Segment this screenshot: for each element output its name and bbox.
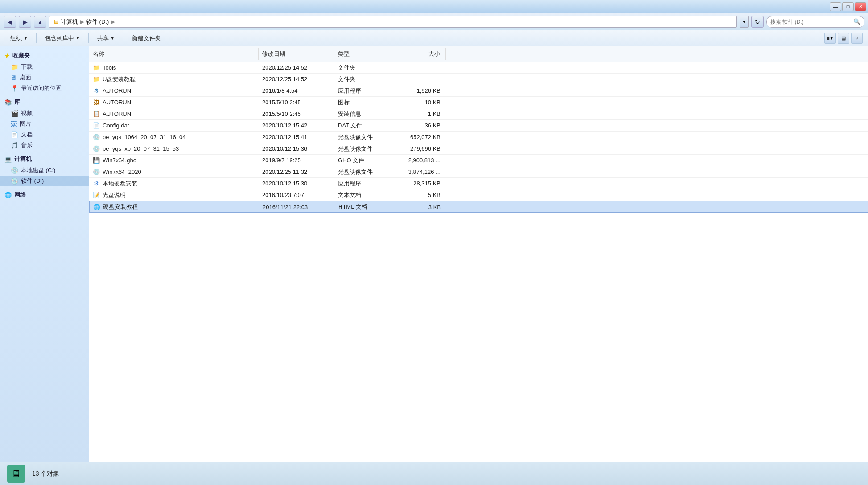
status-count: 13 个对象 xyxy=(32,470,59,478)
file-name-config: 📄 Config.dat xyxy=(89,121,259,130)
pictures-icon: 🖼 xyxy=(11,120,17,127)
forward-button[interactable]: ▶ xyxy=(19,16,31,28)
file-size: 10 KB xyxy=(392,98,446,107)
file-date: 2015/5/10 2:45 xyxy=(259,110,334,118)
sidebar: ★ 收藏夹 📁 下载 🖥 桌面 📍 最近访问的位置 📚 库 xyxy=(0,46,89,462)
file-date: 2019/9/7 19:25 xyxy=(259,156,334,164)
toolbar-separator2 xyxy=(88,33,89,43)
app-icon: ⚙ xyxy=(93,180,100,187)
favorites-label: 收藏夹 xyxy=(12,52,30,60)
table-row[interactable]: 💾 Win7x64.gho 2019/9/7 19:25 GHO 文件 2,90… xyxy=(89,155,868,166)
back-button[interactable]: ◀ xyxy=(4,16,16,28)
include-library-button[interactable]: 包含到库中 ▼ xyxy=(40,32,85,45)
file-date: 2020/10/12 15:30 xyxy=(259,179,334,188)
sidebar-item-drive-d[interactable]: 💿 软件 (D:) xyxy=(0,176,89,186)
file-type: 安装信息 xyxy=(334,109,392,119)
sidebar-item-drive-c[interactable]: 💿 本地磁盘 (C:) xyxy=(0,165,89,176)
table-row[interactable]: 📄 Config.dat 2020/10/12 15:42 DAT 文件 36 … xyxy=(89,120,868,132)
column-header-date[interactable]: 修改日期 xyxy=(259,48,334,60)
view-button[interactable]: ≡ ▼ xyxy=(824,33,836,44)
file-size: 1 KB xyxy=(392,110,446,118)
column-header-type[interactable]: 类型 xyxy=(334,48,392,60)
exe-icon: ⚙ xyxy=(93,87,100,95)
sidebar-header-network[interactable]: 🌐 网络 xyxy=(0,189,89,201)
file-name-autorun-exe: ⚙ AUTORUN xyxy=(89,86,259,95)
file-name-autorun-inf: 📋 AUTORUN xyxy=(89,110,259,119)
file-size: 279,696 KB xyxy=(392,144,446,153)
file-name-installer: ⚙ 本地硬盘安装 xyxy=(89,179,259,189)
downloads-label: 下载 xyxy=(21,63,33,71)
sidebar-header-favorites[interactable]: ★ 收藏夹 xyxy=(0,50,89,62)
up-button[interactable]: ▲ xyxy=(34,16,46,28)
preview-button[interactable]: ▤ xyxy=(838,33,849,44)
address-bar: ◀ ▶ ▲ 🖥 计算机 ▶ 软件 (D:) ▶ ▼ ↻ 🔍 xyxy=(0,13,868,30)
table-row[interactable]: 🌐 硬盘安装教程 2016/11/21 22:03 HTML 文档 3 KB xyxy=(89,201,868,213)
table-row[interactable]: ⚙ 本地硬盘安装 2020/10/12 15:30 应用程序 28,315 KB xyxy=(89,178,868,189)
sidebar-item-recent[interactable]: 📍 最近访问的位置 xyxy=(0,83,89,94)
address-dropdown-button[interactable]: ▼ xyxy=(740,16,749,28)
table-row[interactable]: 📝 光盘说明 2016/10/23 7:07 文本文档 5 KB xyxy=(89,189,868,201)
close-button[interactable]: ✕ xyxy=(855,2,866,11)
file-date: 2020/10/12 15:41 xyxy=(259,133,334,141)
breadcrumb-drive[interactable]: 软件 (D:) xyxy=(86,18,109,26)
toolbar-right: ≡ ▼ ▤ ? xyxy=(824,33,863,44)
file-size: 36 KB xyxy=(392,121,446,130)
breadcrumb-icon: 🖥 xyxy=(53,18,59,25)
main-content: ★ 收藏夹 📁 下载 🖥 桌面 📍 最近访问的位置 📚 库 xyxy=(0,46,868,462)
table-row[interactable]: 💿 pe_yqs_xp_20_07_31_15_53 2020/10/12 15… xyxy=(89,143,868,155)
table-row[interactable]: 💿 pe_yqs_1064_20_07_31_16_04 2020/10/12 … xyxy=(89,132,868,143)
maximize-button[interactable]: □ xyxy=(842,2,854,11)
drive-d-icon: 💿 xyxy=(11,177,18,185)
table-row[interactable]: 📋 AUTORUN 2015/5/10 2:45 安装信息 1 KB xyxy=(89,108,868,120)
sidebar-item-video[interactable]: 🎬 视频 xyxy=(0,108,89,119)
txt-icon: 📝 xyxy=(93,192,100,199)
column-header-name[interactable]: 名称 xyxy=(89,48,259,60)
table-row[interactable]: ⚙ AUTORUN 2016/1/8 4:54 应用程序 1,926 KB xyxy=(89,85,868,97)
sidebar-item-pictures[interactable]: 🖼 图片 xyxy=(0,119,89,129)
share-dropdown-icon: ▼ xyxy=(111,36,115,41)
favorites-icon: ★ xyxy=(4,53,10,59)
table-row[interactable]: 🖼 AUTORUN 2015/5/10 2:45 图标 10 KB xyxy=(89,97,868,108)
drive-d-label: 软件 (D:) xyxy=(21,177,44,185)
sidebar-item-documents[interactable]: 📄 文档 xyxy=(0,129,89,140)
file-size: 3,874,126 ... xyxy=(392,168,446,176)
help-button[interactable]: ? xyxy=(851,33,863,44)
file-date: 2020/12/25 14:52 xyxy=(259,63,334,72)
file-date: 2016/11/21 22:03 xyxy=(259,203,335,211)
search-input[interactable] xyxy=(770,19,852,25)
table-row[interactable]: 💿 Win7x64_2020 2020/12/25 11:32 光盘映像文件 3… xyxy=(89,166,868,178)
table-row[interactable]: 📁 Tools 2020/12/25 14:52 文件夹 xyxy=(89,62,868,74)
inf-icon: 📋 xyxy=(93,111,100,118)
sidebar-item-music[interactable]: 🎵 音乐 xyxy=(0,140,89,151)
recent-icon: 📍 xyxy=(11,85,18,92)
organize-button[interactable]: 组织 ▼ xyxy=(5,32,33,45)
breadcrumb-computer[interactable]: 计算机 xyxy=(61,18,78,26)
file-date: 2020/12/25 11:32 xyxy=(259,168,334,176)
file-date: 2020/10/12 15:36 xyxy=(259,144,334,153)
iso-icon3: 💿 xyxy=(93,169,100,176)
downloads-icon: 📁 xyxy=(11,63,18,70)
desktop-label: 桌面 xyxy=(20,74,31,82)
file-type: 文件夹 xyxy=(334,74,392,84)
minimize-button[interactable]: — xyxy=(830,2,841,11)
column-header-size[interactable]: 大小 xyxy=(392,48,446,60)
file-name-autorun-ico: 🖼 AUTORUN xyxy=(89,98,259,107)
library-icon: 📚 xyxy=(4,99,12,106)
computer-label: 计算机 xyxy=(14,155,32,163)
file-date: 2016/10/23 7:07 xyxy=(259,191,334,199)
sidebar-item-desktop[interactable]: 🖥 桌面 xyxy=(0,72,89,83)
file-name-win7gho: 💾 Win7x64.gho xyxy=(89,156,259,165)
file-name-pe1064: 💿 pe_yqs_1064_20_07_31_16_04 xyxy=(89,133,259,142)
refresh-button[interactable]: ↻ xyxy=(751,16,764,28)
new-folder-button[interactable]: 新建文件夹 xyxy=(127,32,166,45)
file-type: 光盘映像文件 xyxy=(334,167,392,177)
table-row[interactable]: 📁 U盘安装教程 2020/12/25 14:52 文件夹 xyxy=(89,74,868,85)
sidebar-header-library[interactable]: 📚 库 xyxy=(0,96,89,108)
sidebar-header-computer[interactable]: 💻 计算机 xyxy=(0,153,89,165)
recent-label: 最近访问的位置 xyxy=(21,84,62,92)
file-type: 文件夹 xyxy=(334,63,392,73)
file-size: 1,926 KB xyxy=(392,86,446,95)
share-button[interactable]: 共享 ▼ xyxy=(92,32,119,45)
sidebar-item-downloads[interactable]: 📁 下载 xyxy=(0,62,89,72)
search-box: 🔍 xyxy=(766,16,864,28)
